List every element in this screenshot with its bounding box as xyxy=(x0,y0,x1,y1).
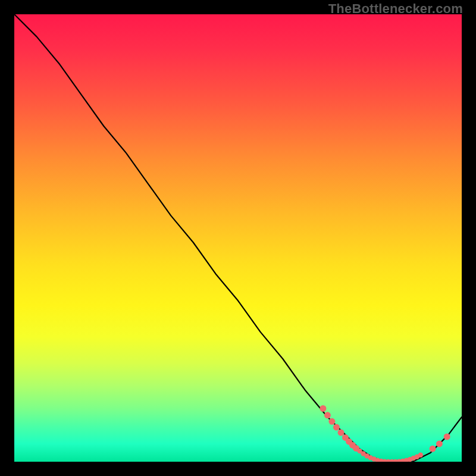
highlight-dot xyxy=(324,412,331,418)
highlight-dot xyxy=(338,430,345,436)
highlight-dot xyxy=(444,433,450,440)
plot-area xyxy=(13,13,463,463)
bottleneck-curve xyxy=(14,14,462,462)
highlight-dot xyxy=(333,424,340,431)
highlight-dot xyxy=(418,453,423,458)
chart-frame: TheBottlenecker.com xyxy=(0,0,476,476)
highlight-dot xyxy=(436,440,443,447)
highlight-dot xyxy=(430,446,436,452)
highlight-dot xyxy=(320,405,326,412)
curve-svg xyxy=(14,14,462,462)
highlight-dot xyxy=(328,418,335,425)
